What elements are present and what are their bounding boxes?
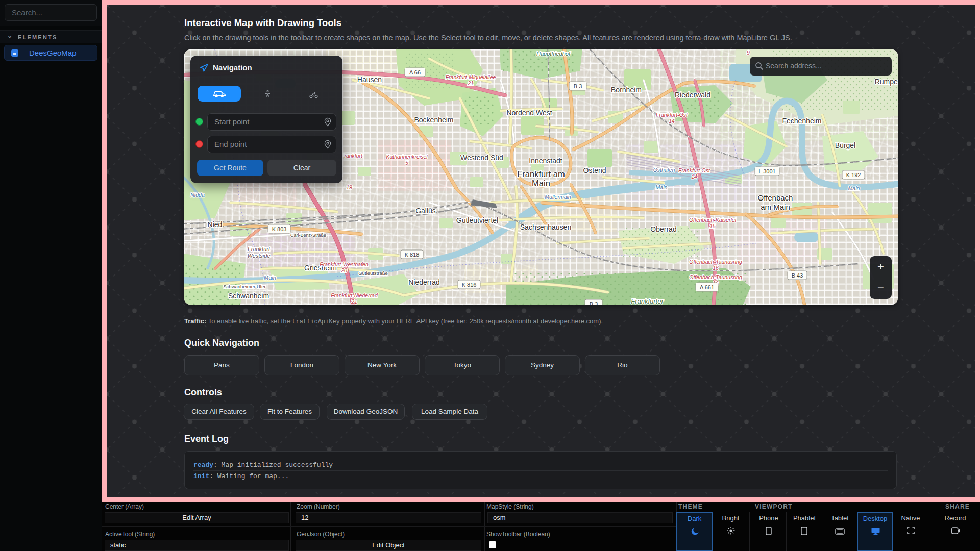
svg-text:B 3: B 3 bbox=[574, 83, 582, 89]
svg-text:Offenbach: Offenbach bbox=[758, 193, 793, 202]
svg-text:am Main: am Main bbox=[761, 203, 790, 211]
svg-text:Ostend: Ostend bbox=[583, 166, 606, 174]
svg-text:Katharinenkreisel: Katharinenkreisel bbox=[386, 154, 428, 160]
svg-text:B 43: B 43 bbox=[792, 272, 803, 279]
svg-text:Müllermain: Müllermain bbox=[545, 194, 571, 200]
svg-text:Gutleutstraße: Gutleutstraße bbox=[358, 270, 388, 276]
svg-text:Osthafen: Osthafen bbox=[653, 167, 675, 173]
svg-text:Hausen: Hausen bbox=[357, 76, 382, 84]
svg-text:B 3: B 3 bbox=[590, 301, 598, 305]
svg-text:K 192: K 192 bbox=[846, 172, 861, 178]
svg-text:16: 16 bbox=[713, 265, 719, 271]
svg-text:Oberrad: Oberrad bbox=[650, 225, 676, 233]
svg-text:K 816: K 816 bbox=[462, 282, 477, 288]
svg-text:K 818: K 818 bbox=[405, 252, 420, 258]
svg-text:Fechenheim: Fechenheim bbox=[782, 117, 821, 125]
svg-text:Bockenheim: Bockenheim bbox=[414, 116, 453, 124]
svg-text:Main: Main bbox=[656, 184, 668, 190]
svg-text:Bornheim: Bornheim bbox=[611, 86, 642, 94]
svg-text:Bürgel: Bürgel bbox=[835, 141, 855, 149]
svg-text:K 803: K 803 bbox=[272, 226, 287, 232]
svg-text:Rumpenh: Rumpenh bbox=[875, 78, 898, 86]
svg-text:15: 15 bbox=[709, 223, 716, 229]
svg-text:Riederwald: Riederwald bbox=[675, 91, 710, 99]
svg-text:Sachsenhausen: Sachsenhausen bbox=[520, 223, 571, 231]
svg-text:Frankfurt-Ost: Frankfurt-Ost bbox=[656, 112, 688, 118]
svg-text:Frankfurter: Frankfurter bbox=[631, 297, 664, 305]
svg-text:Schwanheimer Ufer: Schwanheimer Ufer bbox=[223, 284, 265, 289]
svg-text:L 3001: L 3001 bbox=[758, 168, 775, 174]
svg-text:20: 20 bbox=[340, 267, 347, 273]
svg-text:Nidda: Nidda bbox=[190, 192, 205, 198]
svg-text:Nordend West: Nordend West bbox=[506, 109, 552, 117]
svg-text:Carl-Benz-Straße: Carl-Benz-Straße bbox=[290, 233, 326, 238]
svg-text:14: 14 bbox=[691, 173, 697, 180]
svg-text:Hauptfriedhof: Hauptfriedhof bbox=[536, 51, 571, 57]
svg-text:Frankfurt am: Frankfurt am bbox=[517, 169, 565, 179]
svg-text:Frankfurt-Westhafen: Frankfurt-Westhafen bbox=[320, 261, 369, 267]
svg-text:Frankfurt-Miquelallee: Frankfurt-Miquelallee bbox=[446, 74, 496, 80]
svg-text:Frankfurt-Ost: Frankfurt-Ost bbox=[678, 167, 710, 173]
svg-text:Gutleutviertel: Gutleutviertel bbox=[456, 216, 498, 224]
svg-text:21: 21 bbox=[467, 80, 474, 86]
svg-text:9: 9 bbox=[747, 49, 750, 56]
svg-text:Main: Main bbox=[848, 185, 860, 191]
svg-text:14: 14 bbox=[669, 118, 675, 124]
svg-text:Niederrad: Niederrad bbox=[408, 278, 439, 286]
svg-text:Main: Main bbox=[532, 179, 550, 188]
svg-text:19: 19 bbox=[346, 184, 352, 190]
svg-text:Frankfurt: Frankfurt bbox=[341, 153, 363, 159]
svg-text:Offenbach-Taunusring: Offenbach-Taunusring bbox=[689, 274, 742, 280]
svg-text:Offenbach-Kaiserlei: Offenbach-Kaiserlei bbox=[689, 217, 737, 223]
svg-text:Offenbach-Taunusring: Offenbach-Taunusring bbox=[689, 259, 742, 265]
svg-text:Westend Süd: Westend Süd bbox=[460, 154, 503, 162]
svg-text:Schwanheim: Schwanheim bbox=[228, 292, 269, 300]
svg-text:Nied: Nied bbox=[208, 220, 223, 229]
svg-text:Westside: Westside bbox=[247, 253, 270, 259]
svg-text:Gallus: Gallus bbox=[415, 207, 436, 215]
svg-text:21: 21 bbox=[351, 298, 357, 305]
svg-text:A 661: A 661 bbox=[700, 284, 714, 290]
svg-text:Innenstadt: Innenstadt bbox=[529, 157, 562, 165]
svg-text:Frankfurt: Frankfurt bbox=[248, 246, 271, 252]
svg-text:A 66: A 66 bbox=[409, 69, 421, 76]
svg-text:5: 5 bbox=[405, 160, 408, 166]
svg-text:Main: Main bbox=[264, 274, 276, 281]
svg-text:Frankfurt-Niederrad: Frankfurt-Niederrad bbox=[331, 292, 378, 298]
